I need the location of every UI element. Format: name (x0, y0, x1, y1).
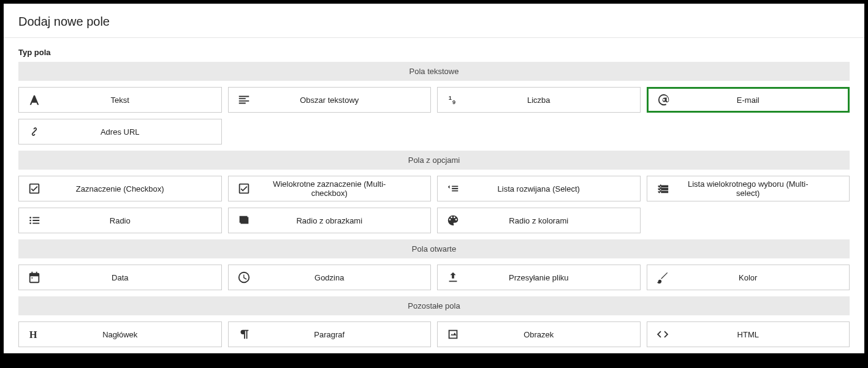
window: Dodaj nowe pole Typ pola Pola tekstowe T… (4, 4, 864, 353)
tile-data[interactable]: Data (18, 265, 222, 290)
tile-label: Lista rozwijana (Select) (468, 184, 640, 193)
heading-icon: H (19, 328, 50, 341)
tile-label: Obrazek (468, 330, 640, 339)
tile-radio[interactable]: Radio (18, 208, 222, 233)
tile-label: Data (50, 273, 221, 282)
upload-icon (438, 271, 468, 284)
code-icon (647, 328, 678, 341)
multi-checkbox-icon (229, 182, 259, 195)
tile-label: E-mail (679, 96, 848, 105)
content: Typ pola Pola tekstowe Tekst Obszar teks… (4, 38, 864, 347)
tile-label: Radio z obrazkami (259, 216, 431, 225)
palette-icon (438, 214, 468, 227)
tile-select[interactable]: Lista rozwijana (Select) (437, 176, 641, 201)
link-icon (19, 125, 50, 138)
tile-label: Przesyłanie pliku (468, 273, 640, 282)
tile-label: Zaznaczenie (Checkbox) (50, 184, 221, 193)
select-icon (438, 182, 468, 195)
tile-label: Liczba (468, 96, 640, 105)
tile-file[interactable]: Przesyłanie pliku (437, 265, 641, 290)
svg-point-2 (29, 217, 31, 219)
tile-label: Radio z kolorami (468, 216, 640, 225)
tile-label: Tekst (50, 96, 221, 105)
calendar-icon (19, 271, 50, 284)
checkbox-icon (19, 182, 50, 195)
group-header-open-fields: Pola otwarte (18, 239, 850, 258)
tile-multiselect[interactable]: Lista wielokrotnego wyboru (Multi-select… (647, 176, 850, 201)
svg-point-3 (29, 220, 31, 222)
tile-label: Lista wielokrotnego wyboru (Multi-select… (678, 179, 850, 198)
images-icon (229, 214, 259, 227)
svg-text:1: 1 (449, 95, 452, 101)
tile-label: Obszar tekstowy (259, 96, 431, 105)
tile-label: Nagłówek (50, 330, 221, 339)
tile-grid-open-fields: Data Godzina Przesyłanie pliku Kolor (18, 265, 850, 290)
tile-label: Radio (50, 216, 221, 225)
align-left-icon (229, 93, 259, 107)
tile-grid-other-fields: H Nagłówek Paragraf Obrazek HT (18, 321, 850, 347)
group-header-other-fields: Pozostałe pola (18, 296, 850, 315)
tile-label: Adres URL (50, 127, 221, 137)
font-icon (19, 93, 50, 107)
header: Dodaj nowe pole (4, 4, 864, 38)
paragraph-icon (229, 328, 259, 341)
number-icon: 19 (438, 93, 468, 107)
tile-email[interactable]: E-mail (647, 87, 850, 113)
tile-radio-img[interactable]: Radio z obrazkami (228, 208, 432, 233)
tile-radio-color[interactable]: Radio z kolorami (437, 208, 641, 233)
tile-label: Godzina (259, 273, 431, 282)
list-icon (19, 214, 50, 227)
tile-liczba[interactable]: 19 Liczba (437, 87, 641, 113)
tile-grid-text-fields: Tekst Obszar tekstowy 19 Liczba E-mail (18, 87, 850, 145)
tile-obrazek[interactable]: Obrazek (437, 321, 641, 347)
tile-checkbox[interactable]: Zaznaczenie (Checkbox) (18, 176, 222, 201)
image-icon (438, 328, 468, 341)
group-header-option-fields: Pola z opcjami (18, 151, 850, 170)
tile-label: Wielokrotne zaznaczenie (Multi-checkbox) (259, 179, 431, 198)
tile-obszar[interactable]: Obszar tekstowy (228, 87, 432, 113)
tile-godzina[interactable]: Godzina (228, 265, 432, 290)
at-icon (649, 93, 679, 107)
tile-label: Kolor (678, 273, 850, 282)
tile-grid-option-fields: Zaznaczenie (Checkbox) Wielokrotne zazna… (18, 176, 850, 233)
brush-icon (647, 271, 678, 284)
tile-naglowek[interactable]: H Nagłówek (18, 321, 222, 347)
tile-tekst[interactable]: Tekst (18, 87, 222, 113)
svg-point-4 (29, 222, 31, 224)
tile-label: HTML (678, 330, 850, 339)
page-title: Dodaj nowe pole (18, 15, 850, 29)
tile-kolor[interactable]: Kolor (647, 265, 850, 290)
tile-multicheckbox[interactable]: Wielokrotne zaznaczenie (Multi-checkbox) (228, 176, 432, 201)
tile-url[interactable]: Adres URL (18, 119, 222, 145)
clock-icon (229, 271, 259, 284)
svg-text:9: 9 (452, 99, 455, 105)
section-label: Typ pola (18, 48, 850, 57)
tile-paragraf[interactable]: Paragraf (228, 321, 432, 347)
tile-html[interactable]: HTML (647, 321, 850, 347)
multi-select-icon (647, 182, 678, 195)
group-header-text-fields: Pola tekstowe (18, 62, 850, 81)
svg-text:H: H (29, 329, 37, 340)
tile-label: Paragraf (259, 330, 431, 339)
